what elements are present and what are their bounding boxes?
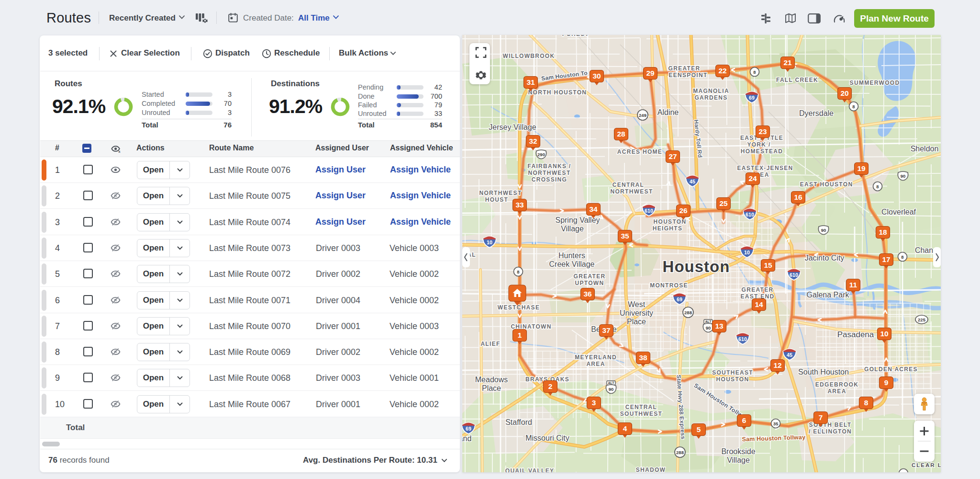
svg-text:Jersey Village: Jersey Village xyxy=(489,123,536,131)
svg-text:Hunters: Hunters xyxy=(558,251,585,260)
svg-text:249: 249 xyxy=(639,113,646,118)
svg-text:45: 45 xyxy=(690,179,695,184)
svg-text:18: 18 xyxy=(879,228,887,236)
svg-text:x: x xyxy=(118,149,121,154)
svg-text:90: 90 xyxy=(821,228,826,233)
svg-text:MEYERLAND: MEYERLAND xyxy=(575,354,617,361)
svg-text:4: 4 xyxy=(623,424,627,433)
svg-text:69: 69 xyxy=(677,297,682,302)
svg-text:ALIEF: ALIEF xyxy=(480,341,500,347)
svg-text:Brookside: Brookside xyxy=(721,447,755,456)
svg-text:SOUTHEAST: SOUTHEAST xyxy=(712,369,753,376)
svg-text:8: 8 xyxy=(517,269,519,274)
svg-text:6: 6 xyxy=(742,416,746,424)
svg-text:45: 45 xyxy=(787,352,792,358)
svg-text:Galena Park: Galena Park xyxy=(807,291,850,299)
svg-text:34: 34 xyxy=(589,205,598,213)
svg-text:90: 90 xyxy=(901,173,906,179)
svg-text:8: 8 xyxy=(753,69,756,75)
svg-text:32: 32 xyxy=(529,137,537,145)
svg-text:FOREST: FOREST xyxy=(562,35,589,37)
svg-text:27: 27 xyxy=(668,152,677,160)
svg-text:GREATER: GREATER xyxy=(668,65,701,72)
svg-text:CLEAR LA: CLEAR LA xyxy=(912,462,941,468)
svg-text:8: 8 xyxy=(852,104,855,109)
svg-text:1: 1 xyxy=(518,331,522,339)
svg-text:225: 225 xyxy=(918,317,926,322)
svg-text:/ ELLINGTON: / ELLINGTON xyxy=(809,428,852,435)
svg-text:610: 610 xyxy=(790,272,798,278)
svg-text:288: 288 xyxy=(684,310,692,315)
svg-text:CROSSING: CROSSING xyxy=(532,176,567,183)
svg-text:Chan: Chan xyxy=(915,246,933,254)
svg-text:WESTCHASE: WESTCHASE xyxy=(498,304,540,311)
svg-text:Cloverleaf: Cloverleaf xyxy=(881,208,916,216)
svg-text:EAST HOUSTON: EAST HOUSTON xyxy=(800,181,853,188)
svg-text:21: 21 xyxy=(783,58,792,67)
svg-text:33: 33 xyxy=(515,201,524,209)
svg-text:Aldine: Aldine xyxy=(657,108,679,116)
svg-text:Pasadena: Pasadena xyxy=(837,330,874,339)
svg-text:90: 90 xyxy=(706,325,711,331)
svg-text:610: 610 xyxy=(746,212,754,217)
svg-text:11: 11 xyxy=(849,281,858,289)
svg-text:NORTH HOUSTON: NORTH HOUSTON xyxy=(528,89,587,96)
svg-text:37: 37 xyxy=(602,326,610,334)
svg-text:29: 29 xyxy=(646,69,655,77)
svg-text:3: 3 xyxy=(592,399,596,407)
svg-text:West: West xyxy=(628,300,646,308)
svg-text:90: 90 xyxy=(609,387,614,392)
svg-text:EDGEBROOK: EDGEBROOK xyxy=(815,381,858,388)
svg-text:15: 15 xyxy=(764,261,772,269)
svg-text:8: 8 xyxy=(902,471,904,472)
svg-text:10: 10 xyxy=(487,240,492,245)
svg-text:8: 8 xyxy=(901,254,903,260)
svg-text:12: 12 xyxy=(773,361,781,369)
svg-text:NORTHWEST: NORTHWEST xyxy=(479,190,522,196)
svg-text:GOLDEN ACRES: GOLDEN ACRES xyxy=(864,366,918,373)
svg-text:CHINATOWN: CHINATOWN xyxy=(511,323,551,330)
svg-text:HEIGHTS: HEIGHTS xyxy=(653,225,682,232)
svg-text:Village: Village xyxy=(727,456,750,464)
svg-text:South Houston: South Houston xyxy=(798,368,849,376)
svg-text:NORTHWEST: NORTHWEST xyxy=(528,170,570,176)
svg-text:30: 30 xyxy=(592,72,601,80)
svg-text:Stafford: Stafford xyxy=(505,418,532,426)
svg-text:Creek Village: Creek Village xyxy=(549,260,595,268)
svg-text:SUMMERWOOD: SUMMERWOOD xyxy=(850,80,900,86)
svg-text:17: 17 xyxy=(882,255,890,263)
svg-text:GREATER: GREATER xyxy=(574,273,606,280)
svg-text:AREA: AREA xyxy=(827,388,846,395)
svg-text:SHADOW: SHADOW xyxy=(636,467,666,472)
svg-text:QUAIL VALLEY: QUAIL VALLEY xyxy=(505,468,555,472)
svg-text:CENTRAL: CENTRAL xyxy=(612,182,644,188)
svg-text:HOUSTON: HOUSTON xyxy=(654,218,687,225)
svg-text:HOMESTEAD: HOMESTEAD xyxy=(741,148,783,155)
svg-text:10: 10 xyxy=(744,250,750,255)
svg-text:38: 38 xyxy=(639,354,647,362)
svg-text:and: and xyxy=(462,434,471,443)
svg-text:AREA: AREA xyxy=(586,361,605,367)
svg-text:69: 69 xyxy=(466,426,471,432)
svg-text:YORK /: YORK / xyxy=(747,141,770,148)
svg-text:14: 14 xyxy=(755,300,763,308)
svg-text:26: 26 xyxy=(679,206,688,215)
svg-text:13: 13 xyxy=(715,322,724,330)
svg-text:69: 69 xyxy=(749,95,755,101)
svg-text:Sheldon: Sheldon xyxy=(911,145,939,153)
svg-text:UPTOWN: UPTOWN xyxy=(575,280,604,286)
svg-text:ACRES HOME: ACRES HOME xyxy=(617,148,662,155)
svg-text:Place: Place xyxy=(627,318,646,326)
svg-text:28: 28 xyxy=(617,130,625,138)
svg-text:610: 610 xyxy=(645,208,653,214)
svg-text:CENTRAL: CENTRAL xyxy=(625,404,657,411)
svg-text:HOUST: HOUST xyxy=(485,196,509,203)
svg-text:MAGNOLIA: MAGNOLIA xyxy=(693,88,729,94)
svg-text:290: 290 xyxy=(537,152,545,157)
svg-text:7: 7 xyxy=(819,413,823,422)
svg-text:610: 610 xyxy=(738,336,747,342)
svg-text:FALL CREEK: FALL CREEK xyxy=(776,77,818,83)
svg-text:NORTHWEST: NORTHWEST xyxy=(610,188,653,195)
svg-text:16: 16 xyxy=(794,193,802,201)
svg-text:20: 20 xyxy=(840,89,848,97)
